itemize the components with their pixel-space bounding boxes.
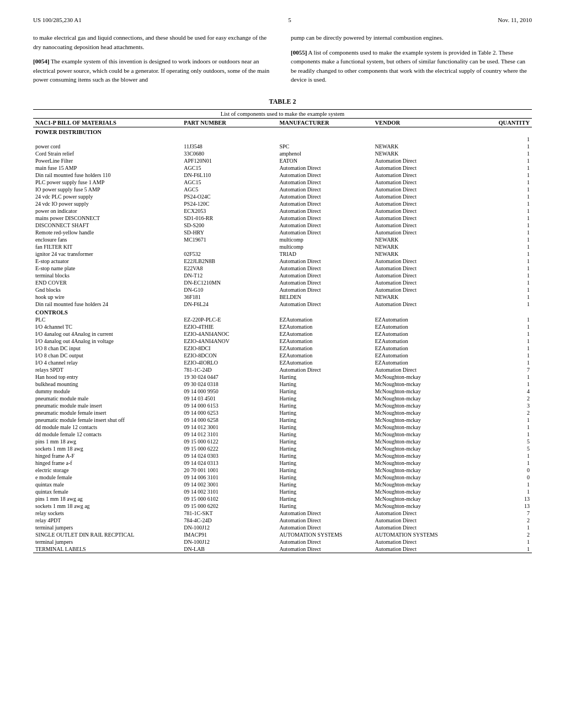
paragraph-1-text: to make electrical gas and liquid connec…	[33, 34, 266, 50]
cell-vendor: NEWARK	[372, 243, 478, 250]
cell-item: fan FILTER KIT	[33, 243, 182, 250]
table-row: hinged frame A-F09 14 024 0303HartingMcN…	[33, 452, 532, 459]
cell-manufacturer: Harting	[277, 481, 372, 488]
cell-quantity: 1	[479, 207, 532, 215]
cell-item: quintax male	[33, 481, 182, 488]
cell-item: terminal jumpers	[33, 538, 182, 545]
cell-item: pneumatic module male insert	[33, 402, 182, 409]
cell-vendor: McNoughton-mckay	[372, 452, 478, 459]
cell-vendor: McNoughton-mckay	[372, 481, 478, 488]
col-header-part: PART NUMBER	[182, 118, 277, 127]
cell-part: PS24-O24C	[182, 193, 277, 200]
paragraph-2-text: The example system of this invention is …	[33, 58, 269, 83]
cell-item: terminal jumpers	[33, 524, 182, 531]
header-center: 5	[288, 17, 291, 23]
cell-manufacturer: Harting	[277, 459, 372, 467]
cell-vendor: Automation Direct	[372, 179, 478, 186]
cell-vendor: McNoughton-mckay	[372, 409, 478, 416]
cell-quantity: 1	[479, 488, 532, 495]
cell-quantity: 1	[479, 143, 532, 150]
cell-quantity: 1	[479, 179, 532, 186]
cell-quantity: 1	[479, 416, 532, 424]
cell-vendor: Automation Direct	[372, 172, 478, 179]
cell-manufacturer: Harting	[277, 474, 372, 481]
cell-manufacturer: Harting	[277, 445, 372, 452]
cell-item: I/O 4 channel relay	[33, 359, 182, 366]
cell-quantity: 5	[479, 445, 532, 452]
cell-item: TERMINAL LABELS	[33, 545, 182, 553]
cell-vendor: Automation Direct	[372, 524, 478, 531]
cell-vendor: McNoughton-mckay	[372, 416, 478, 424]
cell-manufacturer: Harting	[277, 409, 372, 416]
cell-manufacturer: Automation Direct	[277, 207, 372, 215]
cell-vendor: Automation Direct	[372, 186, 478, 193]
cell-quantity: 1	[479, 330, 532, 338]
table-column-headers: NAC1-P BILL OF MATERIALS PART NUMBER MAN…	[33, 118, 532, 127]
cell-manufacturer: TRIAD	[277, 250, 372, 258]
table-row: IO power supply fuse 5 AMPAGC5Automation…	[33, 186, 532, 193]
cell-item: pins 1 mm 18 awg ag	[33, 495, 182, 502]
cell-manufacturer: Harting	[277, 402, 372, 409]
cell-vendor: Automation Direct	[372, 157, 478, 164]
section-label-row: POWER DISTRIBUTION	[33, 127, 532, 136]
table-row: 1	[33, 136, 532, 143]
cell-manufacturer: Harting	[277, 416, 372, 424]
cell-part: EZIO-4ANI4ANOV	[182, 338, 277, 345]
cell-manufacturer: Harting	[277, 495, 372, 502]
cell-quantity: 1	[479, 157, 532, 164]
page: US 100/285,230 A1 5 Nov. 11, 2010 to mak…	[0, 0, 565, 728]
table-row: sockets 1 mm 18 awg ag09 15 000 6202Hart…	[33, 502, 532, 510]
cell-manufacturer: Automation Direct	[277, 301, 372, 308]
table-row: relay sockets781-1C-SKTAutomation Direct…	[33, 510, 532, 517]
table-row: I/O 8 chan DC inputEZIO-8DCIEZAutomation…	[33, 345, 532, 352]
cell-quantity: 1	[479, 229, 532, 236]
table-row: relay 4PDT784-4C-24DAutomation DirectAut…	[33, 517, 532, 524]
cell-quantity: 1	[479, 243, 532, 250]
table-row: main fuse 15 AMPAGC15Automation DirectAu…	[33, 164, 532, 172]
cell-quantity: 1	[479, 545, 532, 553]
cell-vendor: EZAutomation	[372, 330, 478, 338]
cell-part: DN-G10	[182, 286, 277, 293]
table-row: PLC power supply fuse 1 AMPAGC15Automati…	[33, 179, 532, 186]
cell-manufacturer: Harting	[277, 373, 372, 381]
cell-manufacturer: Automation Direct	[277, 524, 372, 531]
cell-quantity: 2	[479, 409, 532, 416]
cell-vendor: Automation Direct	[372, 164, 478, 172]
cell-part: 09 14 012 3101	[182, 431, 277, 438]
cell-vendor: Automation Direct	[372, 229, 478, 236]
cell-part: 09 14 006 3101	[182, 474, 277, 481]
cell-part: EZ-220P-PLC-E	[182, 316, 277, 323]
cell-item: Din rail mounted fuse holders 24	[33, 301, 182, 308]
cell-vendor: McNoughton-mckay	[372, 488, 478, 495]
cell-vendor: EZAutomation	[372, 359, 478, 366]
table-row: terminal jumpersDN-100J12Automation Dire…	[33, 538, 532, 545]
cell-part: 09 14 000 6253	[182, 409, 277, 416]
cell-part: 781-1C-24D	[182, 366, 277, 373]
section-label-row: CONTROLS	[33, 308, 532, 316]
cell-vendor: NEWARK	[372, 293, 478, 301]
cell-quantity: 2	[479, 531, 532, 538]
cell-vendor: McNoughton-mckay	[372, 388, 478, 395]
table-row: power cord11J3548SPCNEWARK1	[33, 143, 532, 150]
cell-item: SINGLE OUTLET DIN RAIL RECPTICAL	[33, 531, 182, 538]
cell-item: I/O 4analog out 4Analog in voltage	[33, 338, 182, 345]
cell-vendor: McNoughton-mckay	[372, 459, 478, 467]
cell-manufacturer: Harting	[277, 467, 372, 474]
cell-manufacturer: Harting	[277, 438, 372, 445]
cell-item: E-stop actuator	[33, 258, 182, 265]
cell-quantity: 1	[479, 193, 532, 200]
cell-vendor: McNoughton-mckay	[372, 431, 478, 438]
cell-item: relay 4PDT	[33, 517, 182, 524]
cell-item: ignitor 24 vac transformer	[33, 250, 182, 258]
cell-manufacturer: EZAutomation	[277, 330, 372, 338]
cell-manufacturer: Harting	[277, 388, 372, 395]
cell-vendor: Automation Direct	[372, 207, 478, 215]
cell-manufacturer: Automation Direct	[277, 229, 372, 236]
cell-quantity: 1	[479, 265, 532, 272]
cell-vendor: Automation Direct	[372, 517, 478, 524]
cell-part: 09 14 000 9950	[182, 388, 277, 395]
cell-manufacturer: Automation Direct	[277, 258, 372, 265]
cell-part: SD1-016-RR	[182, 215, 277, 222]
cell-manufacturer: Harting	[277, 452, 372, 459]
cell-part: 09 14 002 3001	[182, 481, 277, 488]
